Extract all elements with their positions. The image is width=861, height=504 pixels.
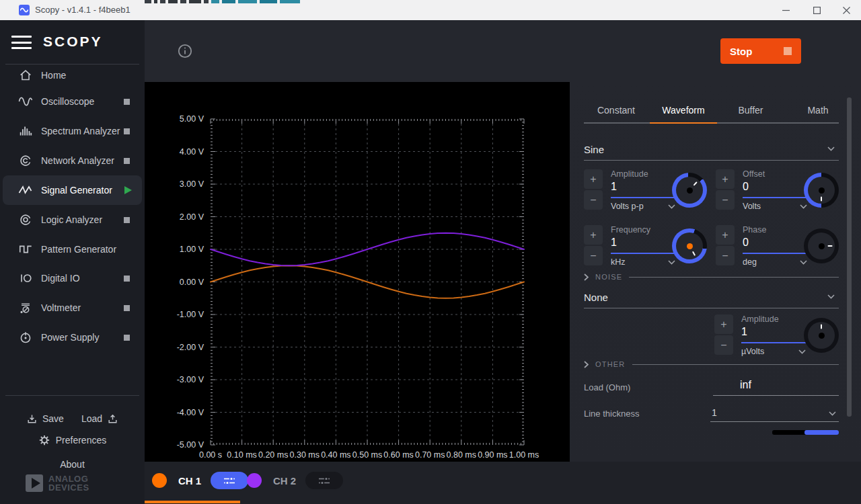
instrument-stopped-indicator[interactable]	[124, 276, 130, 282]
offset-knob[interactable]	[804, 173, 839, 208]
channel-1-toggle[interactable]: CH 1	[152, 472, 248, 489]
instrument-stopped-indicator[interactable]	[124, 305, 130, 311]
minimize-button[interactable]	[774, 0, 797, 20]
sidebar-item-voltmeter[interactable]: Voltmeter	[3, 294, 142, 321]
noise-section-header[interactable]: NOISE	[584, 271, 839, 282]
phase-increment-button[interactable]: +	[716, 225, 735, 245]
sidebar-item-logic-analyzer[interactable]: Logic Analyzer	[3, 206, 142, 233]
tune-icon	[317, 476, 332, 485]
run-stop-button[interactable]: Stop	[720, 38, 801, 64]
phase-decrement-button[interactable]: −	[716, 246, 735, 265]
sidebar-item-label: Logic Analyzer	[41, 214, 124, 225]
vertical-scrollbar-thumb[interactable]	[847, 97, 852, 417]
frequency-increment-button[interactable]: +	[584, 225, 603, 245]
close-button[interactable]	[835, 0, 858, 20]
svg-text:2.00 V: 2.00 V	[180, 212, 204, 222]
noise-amplitude-knob[interactable]	[804, 318, 839, 353]
amplitude-increment-button[interactable]: +	[584, 169, 603, 189]
info-icon[interactable]	[177, 43, 193, 59]
load-button[interactable]: Load	[81, 413, 118, 425]
value-underline	[741, 342, 806, 343]
preferences-button[interactable]: Preferences	[0, 431, 145, 450]
frequency-unit-dropdown[interactable]: kHz	[611, 257, 675, 267]
horizontal-scrollbar-thumb[interactable]	[804, 430, 839, 435]
amplitude-value[interactable]: 1	[611, 181, 617, 193]
noise-amplitude-unit-dropdown[interactable]: µVolts	[741, 347, 806, 356]
noise-amplitude-decrement-button[interactable]: −	[714, 335, 733, 355]
maximize-button[interactable]	[805, 0, 828, 20]
svg-text:0.70 ms: 0.70 ms	[415, 450, 445, 460]
spectrum-analyzer-icon	[17, 123, 34, 139]
noise-type-value: None	[584, 292, 608, 303]
noise-amplitude-value[interactable]: 1	[741, 326, 747, 338]
sidebar-item-pattern-generator[interactable]: Pattern Generator	[3, 236, 142, 263]
titlebar: Scopy - v1.4.1 - f4beeb1	[0, 0, 861, 20]
sidebar-item-spectrum-analyzer[interactable]: Spectrum Analyzer	[3, 118, 142, 144]
preferences-label: Preferences	[56, 435, 106, 446]
value-underline	[743, 253, 807, 254]
frequency-decrement-button[interactable]: −	[584, 246, 603, 265]
waveform-type-value: Sine	[584, 144, 604, 155]
offset-unit-dropdown[interactable]: Volts	[743, 202, 807, 211]
offset-decrement-button[interactable]: −	[716, 190, 735, 210]
load-ohm-value[interactable]: inf	[740, 379, 751, 391]
frequency-knob[interactable]	[672, 228, 707, 263]
phase-unit-value: deg	[743, 257, 757, 267]
tab-constant[interactable]: Constant	[583, 99, 650, 122]
tab-math[interactable]: Math	[784, 99, 852, 122]
waveform-type-dropdown[interactable]: Sine	[584, 144, 839, 155]
tab-buffer[interactable]: Buffer	[717, 99, 784, 122]
amplitude-unit-dropdown[interactable]: Volts p-p	[611, 202, 675, 211]
amplitude-decrement-button[interactable]: −	[584, 190, 603, 210]
instrument-running-indicator[interactable]	[124, 186, 132, 194]
svg-text:-2.00 V: -2.00 V	[177, 343, 204, 352]
brand-logo: SCOPY	[43, 34, 103, 50]
phase-value[interactable]: 0	[743, 237, 749, 249]
oscilloscope-icon	[17, 93, 34, 110]
phase-unit-dropdown[interactable]: deg	[743, 257, 807, 267]
channel-2-color-dot	[247, 473, 262, 488]
phase-knob[interactable]	[804, 228, 839, 263]
offset-value[interactable]: 0	[743, 181, 749, 193]
sidebar-item-home[interactable]: Home	[3, 62, 142, 89]
instrument-stopped-indicator[interactable]	[124, 335, 130, 341]
chevron-right-icon	[584, 274, 589, 281]
background-window-artifact	[145, 0, 300, 3]
menu-hamburger-button[interactable]	[11, 36, 32, 49]
sidebar-item-network-analyzer[interactable]: Network Analyzer	[3, 147, 142, 174]
instrument-stopped-indicator[interactable]	[124, 158, 130, 164]
svg-text:0.00 V: 0.00 V	[180, 278, 204, 287]
frequency-value[interactable]: 1	[611, 237, 617, 249]
channel-2-toggle[interactable]: CH 2	[247, 472, 343, 489]
tab-waveform[interactable]: Waveform	[650, 99, 717, 122]
stop-label: Stop	[730, 46, 752, 57]
gear-icon	[38, 434, 50, 446]
noise-amplitude-control: + − Amplitude 1 µVolts	[714, 314, 842, 360]
network-analyzer-icon	[17, 153, 34, 169]
offset-increment-button[interactable]: +	[716, 169, 735, 189]
amplitude-knob[interactable]	[672, 173, 707, 208]
instrument-stopped-indicator[interactable]	[124, 99, 130, 105]
sidebar-item-label: Pattern Generator	[41, 244, 142, 255]
noise-amplitude-increment-button[interactable]: +	[714, 314, 733, 334]
sidebar-item-power-supply[interactable]: Power Supply	[3, 324, 142, 351]
about-button[interactable]: About	[0, 455, 145, 474]
channel-1-label: CH 1	[178, 475, 201, 487]
channel-bar: CH 1 CH 2	[145, 462, 861, 504]
artifact-fragment	[238, 0, 257, 3]
chevron-down-icon[interactable]	[829, 411, 836, 416]
sidebar-item-oscilloscope[interactable]: Oscilloscope	[3, 88, 142, 115]
offset-unit-value: Volts	[743, 202, 761, 211]
save-button[interactable]: Save	[26, 413, 64, 425]
channel-1-settings-button[interactable]	[211, 472, 248, 489]
line-thickness-value[interactable]: 1	[712, 407, 717, 418]
sidebar-item-digital-io[interactable]: Digital IO	[3, 265, 142, 292]
instrument-stopped-indicator[interactable]	[124, 128, 130, 134]
noise-type-dropdown[interactable]: None	[584, 292, 839, 303]
svg-text:0.60 ms: 0.60 ms	[383, 450, 413, 460]
instrument-stopped-indicator[interactable]	[124, 217, 130, 223]
other-section-header[interactable]: OTHER	[584, 359, 839, 370]
channel-2-settings-button[interactable]	[305, 472, 343, 489]
sidebar-item-signal-generator[interactable]: Signal Generator	[3, 175, 142, 205]
horizontal-scrollbar[interactable]	[772, 430, 839, 435]
